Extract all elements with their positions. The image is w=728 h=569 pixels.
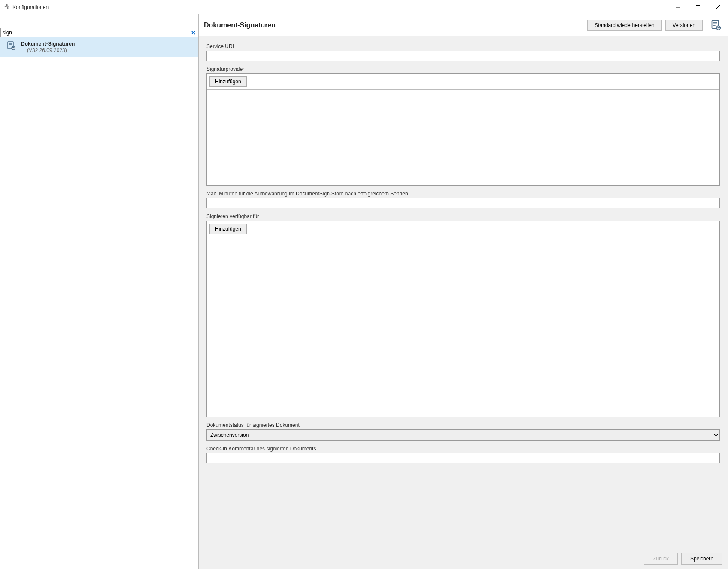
minimize-button[interactable]: [668, 0, 688, 14]
page-title: Dokument-Signaturen: [204, 21, 276, 29]
titlebar: Konfigurationen: [0, 0, 728, 14]
svg-point-5: [5, 6, 6, 7]
window-title: Konfigurationen: [12, 4, 49, 10]
checkin-comment-label: Check-In Kommentar des signierten Dokume…: [206, 446, 720, 452]
sign-available-label: Signieren verfügbar für: [206, 213, 720, 219]
signatureprovider-list-body[interactable]: [207, 90, 719, 185]
sidebar: ✕ Dokument-Signaturen (V32 26.09.2023): [0, 14, 199, 569]
versions-button[interactable]: Versionen: [665, 20, 703, 31]
document-signature-header-icon: [710, 19, 722, 31]
restore-default-button[interactable]: Standard wiederherstellen: [587, 20, 661, 31]
signatureprovider-label: Signaturprovider: [206, 66, 720, 72]
svg-rect-10: [696, 5, 700, 9]
docstatus-label: Dokumentstatus für signiertes Dokument: [206, 422, 720, 428]
checkin-comment-input[interactable]: [206, 453, 720, 463]
signatureprovider-list: Hinzufügen: [206, 73, 720, 186]
app-icon: [4, 3, 10, 11]
back-button: Zurück: [644, 553, 678, 565]
sign-available-list-body[interactable]: [207, 237, 719, 417]
sign-available-list: Hinzufügen: [206, 221, 720, 417]
sidebar-item-dokument-signaturen[interactable]: Dokument-Signaturen (V32 26.09.2023): [0, 37, 198, 57]
service-url-label: Service URL: [206, 43, 720, 49]
form-scroll-area[interactable]: Service URL Signaturprovider Hinzufügen …: [199, 36, 728, 548]
max-minutes-input[interactable]: [206, 198, 720, 208]
service-url-input[interactable]: [206, 51, 720, 61]
save-button[interactable]: Speichern: [681, 553, 722, 565]
close-button[interactable]: [708, 0, 728, 14]
search-input[interactable]: [0, 28, 198, 37]
sidebar-item-label: Dokument-Signaturen: [21, 41, 75, 47]
docstatus-select[interactable]: Zwischenversion: [206, 429, 720, 441]
footer-bar: Zurück Speichern: [199, 548, 728, 569]
svg-point-2: [6, 4, 8, 6]
clear-search-icon[interactable]: ✕: [191, 30, 196, 36]
maximize-button[interactable]: [688, 0, 708, 14]
sidebar-item-version: (V32 26.09.2023): [21, 47, 75, 53]
sign-available-add-button[interactable]: Hinzufügen: [209, 224, 247, 234]
svg-point-8: [7, 7, 8, 9]
max-minutes-label: Max. Minuten für die Aufbewahrung im Doc…: [206, 191, 720, 197]
signatureprovider-add-button[interactable]: Hinzufügen: [209, 76, 247, 87]
document-signature-icon: [6, 41, 17, 51]
content-header: Dokument-Signaturen Standard wiederherst…: [199, 14, 728, 36]
